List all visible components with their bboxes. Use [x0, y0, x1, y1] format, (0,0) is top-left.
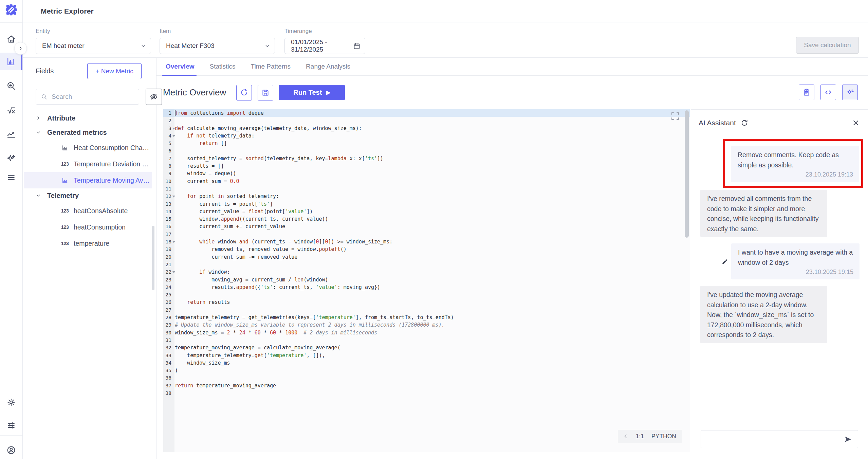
code-line[interactable]: 30window_size_ms = 2 * 24 * 60 * 60 * 10…: [163, 329, 690, 336]
code-text: current_value = float(point['value']): [174, 208, 690, 215]
tree-item-temperature[interactable]: 123temperature: [24, 235, 152, 252]
code-line[interactable]: 4 if not telemetry_data:: [163, 132, 690, 140]
fold-toggle-icon[interactable]: [172, 196, 175, 198]
code-line[interactable]: 11: [163, 185, 690, 192]
code-line[interactable]: 18 while window and (current_ts - window…: [163, 238, 690, 245]
edit-message-icon[interactable]: [721, 258, 729, 266]
timerange-input[interactable]: 01/01/2025 - 31/12/2025: [284, 38, 365, 54]
tree-item-heat-consumption-change-[interactable]: Heat Consumption Change...: [24, 140, 152, 156]
code-line[interactable]: 17: [163, 231, 690, 238]
code-line[interactable]: 13 current_ts = point['ts']: [163, 200, 690, 208]
tree-item-temperature-deviation-fr-[interactable]: 123Temperature Deviation Fr...: [24, 156, 152, 172]
fullscreen-icon[interactable]: [670, 111, 680, 121]
tab-bar: OverviewStatisticsTime PatternsRange Ana…: [156, 58, 868, 76]
code-line[interactable]: 1from collections import deque: [163, 109, 690, 117]
code-line[interactable]: 20 current_sum -= removed_value: [163, 253, 690, 261]
tree-label: heatConsAbsolute: [74, 207, 128, 215]
tree-item-heatconsabsolute[interactable]: 123heatConsAbsolute: [24, 203, 152, 219]
code-line[interactable]: 3def calculate_moving_average(telemetry_…: [163, 125, 690, 132]
code-line[interactable]: 25: [163, 291, 690, 298]
sidebar-item-user[interactable]: [0, 441, 22, 459]
code-line[interactable]: 34 window_size_ms: [163, 359, 690, 367]
tab-time-patterns[interactable]: Time Patterns: [251, 58, 291, 76]
code-view-button[interactable]: [820, 85, 836, 100]
entity-select[interactable]: EM heat meter: [36, 38, 151, 54]
tree-item-heatconsumption[interactable]: 123heatConsumption: [24, 219, 152, 235]
tree-label: Heat Consumption Change...: [74, 144, 152, 152]
fold-toggle-icon[interactable]: [172, 271, 175, 273]
code-line[interactable]: 37return temperature_moving_average: [163, 382, 690, 389]
ai-assistant-toggle-button[interactable]: [842, 85, 858, 100]
code-line[interactable]: 16 current_sum += current_value: [163, 223, 690, 230]
code-line[interactable]: 19 removed_ts, removed_value = window.po…: [163, 245, 690, 253]
code-line[interactable]: 24 results.append({'ts': current_ts, 'va…: [163, 283, 690, 291]
sidebar-item-sqrt[interactable]: [0, 102, 22, 119]
code-line[interactable]: 6: [163, 147, 690, 154]
sidebar-item-bar-chart[interactable]: [0, 53, 22, 70]
sidebar-expand-button[interactable]: [14, 42, 27, 55]
save-calculation-button[interactable]: Save calculation: [796, 37, 859, 54]
fold-toggle-icon[interactable]: [172, 241, 175, 243]
code-line[interactable]: 36: [163, 374, 690, 382]
item-select[interactable]: Heat Meter F303: [160, 38, 275, 54]
fields-scrollbar[interactable]: [152, 226, 154, 290]
sidebar-item-menu[interactable]: [0, 169, 22, 186]
code-line[interactable]: 31: [163, 336, 690, 344]
run-test-button[interactable]: Run Test ▶: [279, 85, 345, 100]
copy-clipboard-button[interactable]: [799, 85, 814, 100]
code-line[interactable]: 26 return results: [163, 298, 690, 306]
new-metric-button[interactable]: + New Metric: [87, 63, 142, 79]
tab-overview[interactable]: Overview: [166, 58, 195, 76]
play-icon: ▶: [326, 89, 330, 96]
code-line[interactable]: 8 results = []: [163, 162, 690, 170]
code-line[interactable]: 33 temperature_telemetry.get('temperatur…: [163, 352, 690, 359]
code-line[interactable]: 29# Update the window_size_ms variable t…: [163, 321, 690, 329]
tree-section-generated-metrics[interactable]: Generated metrics: [23, 125, 156, 140]
sidebar-item-search-explore[interactable]: [0, 77, 22, 95]
sidebar-item-trend[interactable]: [0, 125, 22, 143]
calendar-icon[interactable]: [353, 42, 361, 50]
editor-scrollbar[interactable]: [685, 110, 689, 238]
sparkles-icon: [6, 153, 16, 164]
code-line[interactable]: 14 current_value = float(point['value']): [163, 208, 690, 215]
chat-message-input[interactable]: [706, 436, 843, 443]
chat-refresh-icon[interactable]: [740, 119, 749, 127]
code-line[interactable]: 27: [163, 306, 690, 314]
send-message-button[interactable]: [843, 434, 853, 444]
code-line[interactable]: 22 if window:: [163, 268, 690, 276]
fold-toggle-icon[interactable]: [172, 128, 175, 130]
code-line[interactable]: 35): [163, 367, 690, 374]
fold-toggle-icon[interactable]: [172, 135, 175, 137]
sidebar-item-sliders[interactable]: [0, 417, 22, 434]
code-line[interactable]: 9 window = deque(): [163, 170, 690, 177]
search-input[interactable]: [52, 93, 135, 100]
tab-statistics[interactable]: Statistics: [210, 58, 236, 76]
app-logo-icon[interactable]: [5, 3, 18, 16]
line-number: 1: [163, 109, 174, 117]
code-line[interactable]: 12 for point in sorted_telemetry:: [163, 192, 690, 200]
code-line[interactable]: 15 window.append((current_ts, current_va…: [163, 215, 690, 223]
code-line[interactable]: 10 current_sum = 0.0: [163, 178, 690, 185]
tree-item-temperature-moving-aver-[interactable]: Temperature Moving Aver...: [24, 172, 152, 188]
code-line[interactable]: 32temperature_moving_average = calculate…: [163, 344, 690, 351]
timerange-value: 01/01/2025 - 31/12/2025: [291, 38, 349, 53]
collapse-statusbar-icon[interactable]: [623, 434, 628, 439]
tree-section-attribute[interactable]: Attribute: [23, 111, 156, 125]
sidebar-item-sparkles[interactable]: [0, 150, 22, 167]
tree-section-telemetry[interactable]: Telemetry: [23, 188, 156, 203]
sidebar-item-gear[interactable]: [0, 393, 22, 411]
code-line[interactable]: 5 return []: [163, 140, 690, 147]
code-editor[interactable]: 1from collections import deque23def calc…: [163, 109, 690, 452]
code-line[interactable]: 2: [163, 117, 690, 124]
line-number: 20: [163, 253, 174, 261]
code-line[interactable]: 7 sorted_telemetry = sorted(telemetry_da…: [163, 155, 690, 162]
close-icon[interactable]: [852, 119, 860, 127]
save-code-button[interactable]: [258, 85, 273, 100]
code-line[interactable]: 21: [163, 261, 690, 268]
tab-range-analysis[interactable]: Range Analysis: [306, 58, 350, 76]
code-line[interactable]: 28temperature_telemetry = get_telemetrie…: [163, 314, 690, 321]
code-line[interactable]: 23 moving_avg = current_sum / len(window…: [163, 276, 690, 283]
numeric-field-icon: 123: [61, 208, 69, 214]
code-line[interactable]: 38: [163, 389, 690, 397]
refresh-metric-button[interactable]: [236, 85, 252, 100]
